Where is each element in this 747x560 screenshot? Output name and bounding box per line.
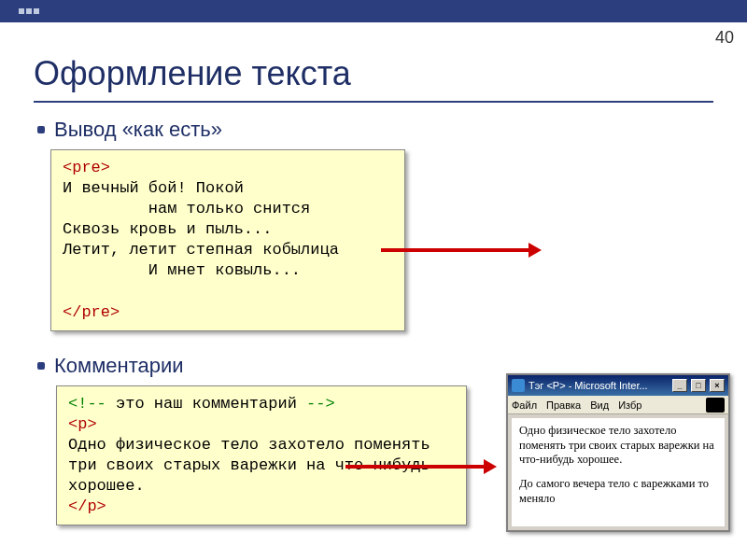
- bullet-dot-icon: [37, 126, 45, 133]
- pre-open-tag: <pre>: [63, 159, 110, 176]
- browser-window: Тэг <P> - Microsoft Inter... _ □ × Файл …: [506, 373, 730, 532]
- pre-body: И вечный бой! Покой нам только снится Ск…: [63, 179, 339, 279]
- browser-menubar: Файл Правка Вид Избр: [508, 396, 728, 414]
- arrow-icon: [381, 248, 530, 252]
- slide-title: Оформление текста: [34, 54, 713, 93]
- ie-throbber-icon: [706, 398, 725, 413]
- browser-title: Тэг <P> - Microsoft Inter...: [529, 380, 669, 391]
- maximize-button[interactable]: □: [691, 379, 706, 392]
- code-block-comment: <!-- это наш комментарий --> <p> Одно фи…: [56, 385, 467, 526]
- minimize-button[interactable]: _: [672, 379, 687, 392]
- slide-top-accent: [0, 0, 747, 22]
- menu-view[interactable]: Вид: [590, 399, 609, 411]
- bullet-dot-icon: [37, 362, 45, 370]
- rendered-paragraph: Одно физическое тело захотело поменять т…: [519, 424, 717, 468]
- ie-icon: [512, 379, 525, 392]
- comment-open: <!--: [68, 395, 106, 413]
- close-button[interactable]: ×: [710, 379, 725, 392]
- accent-pattern: [19, 8, 39, 14]
- page-number: 40: [715, 28, 734, 48]
- code-block-pre: <pre> И вечный бой! Покой нам только сни…: [50, 149, 405, 331]
- rendered-paragraph: До самого вечера тело с варежками то мен…: [519, 477, 717, 506]
- browser-viewport: Одно физическое тело захотело поменять т…: [512, 418, 725, 526]
- comment-close: -->: [306, 395, 335, 413]
- p-close-tag: </p>: [68, 497, 106, 515]
- bullet-as-is: Вывод «как есть»: [37, 118, 713, 142]
- bullet-label: Вывод «как есть»: [54, 118, 222, 142]
- bullet-label: Комментарии: [54, 354, 184, 378]
- title-underline: [34, 101, 713, 103]
- browser-titlebar[interactable]: Тэг <P> - Microsoft Inter... _ □ ×: [508, 375, 728, 396]
- pre-close-tag: </pre>: [63, 303, 120, 321]
- menu-edit[interactable]: Правка: [546, 399, 581, 411]
- arrow-icon: [345, 465, 486, 469]
- menu-favorites[interactable]: Избр: [618, 399, 641, 411]
- comment-text: это наш комментарий: [106, 395, 306, 413]
- p-open-tag: <p>: [68, 415, 97, 433]
- menu-file[interactable]: Файл: [512, 399, 537, 411]
